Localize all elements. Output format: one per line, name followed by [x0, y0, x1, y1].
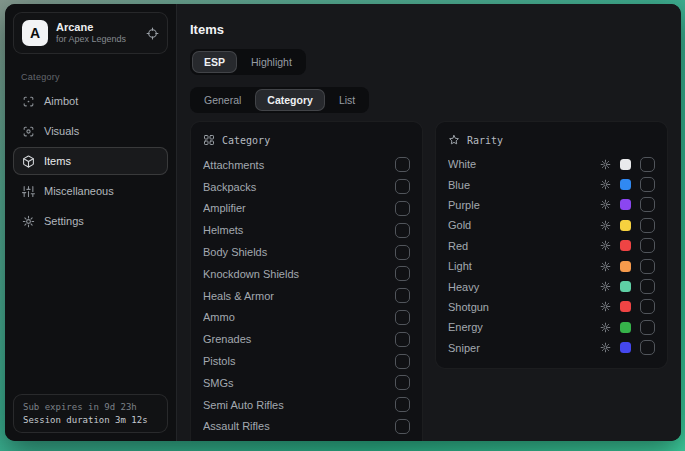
sidebar-item-label: Miscellaneous [44, 185, 114, 197]
checkbox[interactable] [395, 179, 410, 194]
checkbox[interactable] [640, 238, 655, 253]
gear-icon[interactable] [600, 342, 611, 353]
checkbox[interactable] [640, 197, 655, 212]
tab-list[interactable]: List [327, 89, 367, 111]
category-row-backpacks[interactable]: Backpacks [203, 176, 410, 198]
checkbox[interactable] [395, 419, 410, 434]
app-logo: A [22, 20, 48, 46]
color-swatch[interactable] [620, 281, 631, 292]
category-row-knockdown-shields[interactable]: Knockdown Shields [203, 263, 410, 285]
checkbox[interactable] [395, 201, 410, 216]
checkbox[interactable] [395, 397, 410, 412]
gear-icon[interactable] [600, 159, 611, 170]
sub-expires-text: Sub expires in 9d 23h [23, 402, 158, 412]
category-row-label: Body Shields [203, 246, 395, 258]
color-swatch[interactable] [620, 220, 631, 231]
rarity-row-blue[interactable]: Blue [448, 174, 655, 194]
checkbox[interactable] [640, 340, 655, 355]
category-row-body-shields[interactable]: Body Shields [203, 241, 410, 263]
gear-icon[interactable] [600, 240, 611, 251]
color-swatch[interactable] [620, 240, 631, 251]
checkbox[interactable] [640, 259, 655, 274]
rarity-panel-header: Rarity [448, 134, 655, 146]
brand-card: A Arcane for Apex Legends [13, 12, 168, 54]
category-row-label: Assault Rifles [203, 420, 395, 432]
category-row-smgs[interactable]: SMGs [203, 372, 410, 394]
tab-highlight[interactable]: Highlight [239, 51, 304, 73]
sidebar-item-settings[interactable]: Settings [13, 207, 168, 235]
rarity-row-label: Gold [448, 219, 600, 231]
rarity-row-heavy[interactable]: Heavy [448, 276, 655, 296]
gear-icon [22, 215, 35, 228]
rarity-row-label: White [448, 158, 600, 170]
category-row-amplifier[interactable]: Amplifier [203, 198, 410, 220]
checkbox[interactable] [395, 332, 410, 347]
color-swatch[interactable] [620, 301, 631, 312]
gear-icon[interactable] [600, 199, 611, 210]
checkbox[interactable] [640, 218, 655, 233]
rarity-row-light[interactable]: Light [448, 256, 655, 276]
tab-esp[interactable]: ESP [192, 51, 237, 73]
main-content: Items ESP Highlight General Category Lis… [177, 4, 681, 441]
category-row-attachments[interactable]: Attachments [203, 154, 410, 176]
rarity-row-label: Heavy [448, 281, 600, 293]
color-swatch[interactable] [620, 199, 631, 210]
category-rows: Attachments Backpacks Amplifier Helmets [203, 154, 410, 441]
sidebar-item-visuals[interactable]: Visuals [13, 117, 168, 145]
sidebar-item-miscellaneous[interactable]: Miscellaneous [13, 177, 168, 205]
checkbox[interactable] [640, 177, 655, 192]
checkbox[interactable] [395, 157, 410, 172]
checkbox[interactable] [640, 320, 655, 335]
gear-icon[interactable] [600, 261, 611, 272]
category-row-assault-rifles[interactable]: Assault Rifles [203, 416, 410, 438]
tab-general[interactable]: General [192, 89, 253, 111]
brand-text: Arcane for Apex Legends [56, 20, 126, 46]
view-tab-group: General Category List [190, 87, 369, 113]
checkbox[interactable] [395, 354, 410, 369]
category-row-lmgs[interactable]: LMGs [203, 437, 410, 441]
rarity-row-shotgun[interactable]: Shotgun [448, 297, 655, 317]
gear-icon[interactable] [600, 281, 611, 292]
category-row-label: Backpacks [203, 181, 395, 193]
category-row-pistols[interactable]: Pistols [203, 350, 410, 372]
gear-icon[interactable] [600, 220, 611, 231]
checkbox[interactable] [640, 157, 655, 172]
rarity-row-white[interactable]: White [448, 154, 655, 174]
gear-icon[interactable] [600, 301, 611, 312]
category-row-semi-auto-rifles[interactable]: Semi Auto Rifles [203, 394, 410, 416]
checkbox[interactable] [395, 288, 410, 303]
color-swatch[interactable] [620, 342, 631, 353]
crosshair-icon[interactable] [146, 27, 159, 40]
color-swatch[interactable] [620, 159, 631, 170]
rarity-row-purple[interactable]: Purple [448, 195, 655, 215]
category-row-heals-armor[interactable]: Heals & Armor [203, 285, 410, 307]
tab-label: ESP [204, 56, 225, 68]
gear-icon[interactable] [600, 179, 611, 190]
rarity-rows: White Blue Purple [448, 154, 655, 358]
sidebar-item-aimbot[interactable]: Aimbot [13, 87, 168, 115]
rarity-row-red[interactable]: Red [448, 236, 655, 256]
category-row-grenades[interactable]: Grenades [203, 328, 410, 350]
color-swatch[interactable] [620, 322, 631, 333]
checkbox[interactable] [395, 266, 410, 281]
checkbox[interactable] [395, 310, 410, 325]
color-swatch[interactable] [620, 179, 631, 190]
category-row-helmets[interactable]: Helmets [203, 219, 410, 241]
app-window: A Arcane for Apex Legends Category Aimbo… [5, 4, 681, 441]
rarity-row-gold[interactable]: Gold [448, 215, 655, 235]
checkbox[interactable] [640, 279, 655, 294]
checkbox[interactable] [395, 375, 410, 390]
sidebar-item-items[interactable]: Items [13, 147, 168, 175]
rarity-row-energy[interactable]: Energy [448, 317, 655, 337]
box-icon [22, 155, 35, 168]
gear-icon[interactable] [600, 322, 611, 333]
category-panel: Category Attachments Backpacks Amplifier [190, 121, 423, 441]
checkbox[interactable] [395, 223, 410, 238]
checkbox[interactable] [640, 299, 655, 314]
scan-icon [22, 95, 35, 108]
rarity-row-sniper[interactable]: Sniper [448, 338, 655, 358]
tab-category[interactable]: Category [255, 89, 325, 111]
category-row-ammo[interactable]: Ammo [203, 307, 410, 329]
checkbox[interactable] [395, 245, 410, 260]
color-swatch[interactable] [620, 261, 631, 272]
